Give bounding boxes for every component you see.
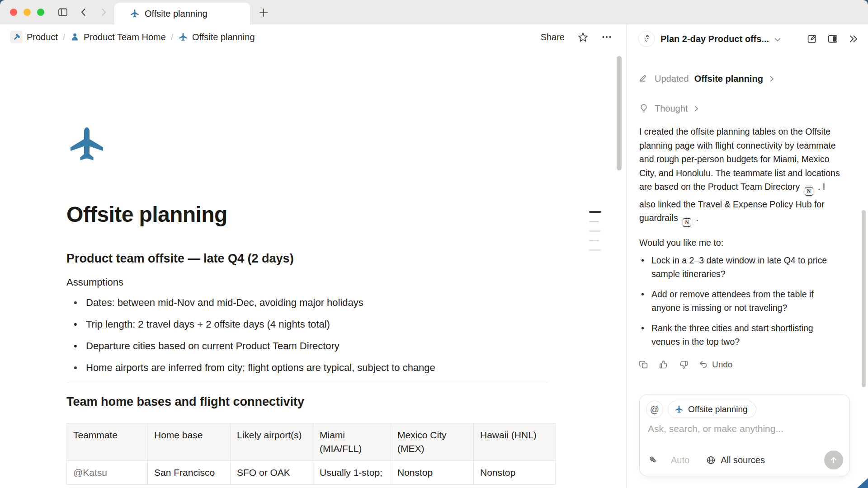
close-window-button[interactable] [10,9,17,16]
table-cell[interactable]: Nonstop [474,461,556,485]
chevron-down-icon[interactable] [773,35,782,44]
thought-row[interactable]: Thought [627,101,868,116]
message-text: . [696,213,698,223]
ai-panel: Plan 2-day Product offs... [626,24,868,488]
section-heading-offsite: Product team offsite — late Q4 (2 days) [66,252,555,266]
divider [66,383,547,383]
message-actions: Undo [638,357,868,372]
suggestion-item: Rank the three cities and start shortlis… [639,321,838,348]
connectivity-table: Teammate Home base Likely airport(s) Mia… [66,423,556,485]
more-options-icon[interactable] [601,32,612,42]
back-button[interactable] [78,7,90,18]
thread-title[interactable]: Plan 2-day Product offs... [660,34,769,44]
column-header[interactable]: Hawaii (HNL) [474,423,556,461]
assumptions-label: Assumptions [66,277,555,288]
collapse-panel-icon[interactable] [848,33,859,44]
panel-layout-icon[interactable] [827,33,838,44]
airplane-icon [130,9,140,19]
table-cell[interactable]: San Francisco [148,461,231,485]
table-row: @Katsu San Francisco SFO or OAK Usually … [67,461,556,485]
ai-message: I created the offsite planning tables on… [639,125,844,229]
tab-title: Offsite planning [145,9,208,19]
browser-tab[interactable]: Offsite planning [114,3,250,24]
thumbs-down-icon[interactable] [678,359,689,370]
arrow-up-icon [829,455,839,465]
panel-scrollbar[interactable] [862,210,866,387]
undo-button[interactable]: Undo [698,359,732,370]
hammer-icon [10,31,23,43]
favorite-star-icon[interactable] [577,32,589,43]
updated-label: Updated [655,74,689,84]
new-tab-button[interactable] [258,7,269,19]
column-header[interactable]: Mexico City (MEX) [391,423,474,461]
table-cell-teammate[interactable]: @Katsu [67,461,148,485]
column-header[interactable]: Miami (MIA/FLL) [313,423,391,461]
breadcrumb-item-product-team-home[interactable]: Product Team Home [70,32,166,42]
table-cell[interactable]: Nonstop [391,461,474,485]
all-sources-button[interactable]: All sources [706,455,765,465]
notion-ai-face-icon [638,31,655,47]
breadcrumb: Product / Product Team Home / Offsite pl… [10,25,255,49]
table-of-contents-rail[interactable] [589,211,601,259]
thumbs-up-icon[interactable] [658,359,669,370]
ai-panel-header: Plan 2-day Product offs... [627,24,868,53]
main-scrollbar[interactable] [617,56,622,170]
attachment-icon[interactable] [648,455,658,465]
updated-page-row[interactable]: Updated Offsite planning [627,71,868,86]
page-airplane-icon[interactable] [66,123,107,166]
chat-input[interactable] [648,423,838,434]
globe-icon [706,455,716,465]
forward-button[interactable] [98,7,109,18]
chevron-right-icon [769,75,775,82]
list-item: Departure cities based on current Produc… [66,339,555,353]
column-header[interactable]: Likely airport(s) [231,423,313,461]
breadcrumb-item-offsite-planning[interactable]: Offsite planning [178,32,255,42]
column-header[interactable]: Teammate [67,423,148,461]
document-canvas: Offsite planning Product team offsite — … [0,49,626,488]
sidebar-toggle-icon[interactable] [57,7,69,18]
table-cell[interactable]: SFO or OAK [231,461,313,485]
new-chat-icon[interactable] [807,33,817,44]
assumptions-list: Dates: between mid-Nov and mid-Dec, avoi… [66,296,555,375]
airplane-icon [178,32,188,42]
list-item: Home airports are inferred from city; fl… [66,361,555,375]
minimize-window-button[interactable] [24,9,31,16]
suggestion-item: Add or remove attendees from the table i… [639,287,838,314]
thought-label: Thought [655,103,688,114]
lightbulb-icon [638,103,649,114]
header-actions: Share [541,25,612,49]
notion-page-badge[interactable]: N [803,185,815,197]
auto-mode-button[interactable]: Auto [671,455,689,465]
page-header: Product / Product Team Home / Offsite pl… [0,25,626,49]
send-button[interactable] [824,450,843,469]
app-window: Offsite planning Product / Product Team … [0,0,868,488]
person-icon [70,33,80,42]
list-item: Dates: between mid-Nov and mid-Dec, avoi… [66,296,555,310]
undo-icon [698,359,709,370]
notion-page-badge[interactable]: N [681,216,693,229]
ai-suggestions: Lock in a 2–3 date window in late Q4 to … [639,253,838,348]
chevron-right-icon [693,105,700,112]
chat-composer: @ Offsite planning Auto [639,394,850,476]
breadcrumb-separator: / [63,33,65,42]
edit-icon [638,73,649,84]
share-button[interactable]: Share [541,32,565,42]
table-cell[interactable]: Usually 1-stop; [313,461,391,485]
airplane-icon [675,405,684,414]
traffic-lights [10,9,44,16]
mention-button[interactable]: @ [646,401,663,418]
page-title: Offsite planning [66,202,555,227]
updated-page-link: Offsite planning [694,74,763,84]
message-text: I created the offsite planning tables on… [639,127,840,192]
browser-tab-bar: Offsite planning [0,0,868,24]
list-item: Trip length: 2 travel days + 2 offsite d… [66,318,555,331]
breadcrumb-separator: / [171,33,173,42]
context-chip[interactable]: Offsite planning [668,401,756,418]
breadcrumb-item-product[interactable]: Product [10,31,58,43]
column-header[interactable]: Home base [148,423,231,461]
suggestion-item: Lock in a 2–3 date window in late Q4 to … [639,253,838,281]
copy-icon[interactable] [638,359,649,370]
zoom-window-button[interactable] [37,9,44,16]
section-heading-connectivity: Team home bases and flight connectivity [66,395,555,409]
corner-resize-wedge [857,478,868,488]
